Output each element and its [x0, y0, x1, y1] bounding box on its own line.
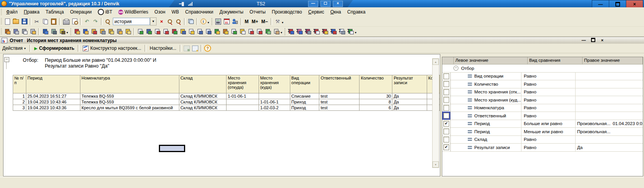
actions-menu-button[interactable]: Действия▾	[0, 46, 28, 51]
doc-check-money-icon[interactable]	[230, 27, 238, 36]
doc-arrow-down-icon[interactable]	[145, 27, 153, 36]
table-cell[interactable]	[227, 99, 259, 105]
menu-item-производство[interactable]: Производство	[269, 8, 305, 15]
doc-money-gold-icon[interactable]	[187, 27, 196, 36]
menu-item-справочники[interactable]: Справочники	[182, 8, 216, 15]
tree-structure-icon[interactable]	[264, 27, 272, 36]
toolbar-group-caret[interactable]: ▾	[355, 31, 356, 34]
new-document-button[interactable]	[3, 17, 12, 25]
memory-plus-button[interactable]: М+	[250, 19, 260, 24]
menu-item-окна[interactable]: Окна	[327, 8, 344, 15]
money-cart-icon[interactable]	[98, 27, 107, 36]
filter-field-label[interactable]: Период	[474, 129, 490, 134]
settings-constructor-button[interactable]: Конструктор настроек...	[80, 46, 143, 51]
find-previous-button[interactable]	[174, 17, 183, 25]
table-row[interactable]: 125.04.2023 16:51:27Тележка BQ-559Склад …	[13, 93, 440, 99]
sum-cube-gold-icon[interactable]: Σ	[321, 27, 329, 36]
copy-button[interactable]	[41, 17, 49, 25]
money-doc-icon[interactable]	[238, 27, 247, 36]
table-cell[interactable]: Кресло для мытья BQ3599 с белой раковино…	[80, 105, 179, 111]
sum-person-pink-icon[interactable]: Σ	[295, 27, 304, 36]
filter-condition-row[interactable]: ✔ПериодБольше или равноПроизвольная...01…	[442, 120, 643, 128]
menu-item-озон[interactable]: Озон	[152, 8, 169, 15]
comparison-type[interactable]: Равно	[521, 136, 576, 144]
table-cell[interactable]: test	[319, 93, 359, 99]
table-cell[interactable]: 1	[13, 93, 26, 99]
filter-condition-row[interactable]: ✔Результат записиРавноДа	[442, 144, 643, 152]
right-value[interactable]: Да	[576, 145, 611, 150]
scroll-up-button[interactable]: ▲	[433, 59, 439, 65]
comparison-type[interactable]: Равно	[521, 144, 576, 151]
report-restore-button[interactable]	[590, 38, 596, 43]
comparison-type[interactable]: Равно	[521, 73, 576, 80]
filter-condition-row[interactable]: Вид операцииРавно	[442, 73, 643, 81]
customer-cart-red-icon[interactable]	[73, 27, 81, 36]
table-cell[interactable]: 19.04.2023 10:43:46	[26, 99, 80, 105]
table-cell[interactable]: 3	[13, 105, 26, 111]
comparison-type[interactable]: Равно	[521, 104, 576, 112]
right-value[interactable]: Произвольная...	[576, 121, 611, 126]
sum-doc-lines-icon[interactable]: Σ	[338, 27, 346, 36]
clear-search-button[interactable]: ×	[157, 17, 166, 25]
search-input[interactable]	[113, 18, 150, 25]
calculator-button[interactable]	[214, 17, 222, 25]
money-minus-icon[interactable]	[221, 27, 230, 36]
table-cell[interactable]: Приход	[290, 99, 319, 105]
fiscal-device-icon[interactable]	[58, 27, 66, 36]
table-cell[interactable]: Тележка BQ-559	[80, 93, 179, 99]
menu-item-отчеты[interactable]: Отчеты	[247, 8, 269, 15]
filter-field-label[interactable]: Ответственный	[474, 113, 506, 118]
help-button[interactable]: ?	[203, 44, 212, 53]
collapse-icon[interactable]: −	[453, 66, 458, 71]
memory-minus-button[interactable]: М−	[260, 19, 269, 24]
menu-item-файл[interactable]: Файл	[3, 8, 21, 15]
menu-item-таблица[interactable]: Таблица	[43, 8, 67, 15]
print-preview-button[interactable]	[70, 17, 79, 25]
print-table-icon[interactable]	[12, 27, 20, 36]
filter-checkbox[interactable]	[443, 105, 449, 111]
table-cell[interactable]: Склад КЛИМОВСК	[179, 99, 227, 105]
menu-item-wb[interactable]: WB	[169, 8, 182, 15]
print-button[interactable]	[62, 17, 70, 25]
toolbar-group-caret[interactable]: ▾	[66, 31, 68, 34]
info-button[interactable]: i	[199, 17, 208, 25]
table-cell[interactable]: 19.04.2023 10:43:36	[26, 105, 80, 111]
report-vertical-scrollbar[interactable]: ▲ ▼	[432, 58, 439, 168]
table-cell[interactable]: Приход	[290, 105, 319, 111]
filter-condition-row[interactable]: СкладРавно	[442, 136, 643, 144]
filter-condition-row[interactable]: ПериодМеньше или равноПроизвольная...	[442, 128, 643, 136]
filter-group-row[interactable]: − Отбор	[442, 64, 643, 73]
table-cell[interactable]: 30	[359, 93, 392, 99]
toolbar1-drag-handle[interactable]	[1, 18, 2, 25]
table-cell[interactable]: Склад КЛИМОВСК	[179, 93, 227, 99]
right-value[interactable]: Произвольная...	[576, 129, 611, 134]
menu-item-wildberries[interactable]: WBWildBerries	[115, 8, 151, 15]
table-cell[interactable]: 25.04.2023 16:51:27	[26, 93, 80, 99]
filter-condition-row[interactable]: Место хранения (куд...Равно	[442, 96, 643, 104]
sum-person-dark-icon[interactable]: Σ	[304, 27, 312, 36]
service-dropdown-caret[interactable]: ▾	[282, 21, 283, 24]
toolbar2-drag-handle[interactable]	[1, 28, 2, 35]
table-cell[interactable]: 1-02-03-2	[259, 105, 290, 111]
filter-condition-row[interactable]: КоличествоРавно	[442, 80, 643, 88]
filter-checkbox[interactable]	[443, 81, 449, 87]
money-plus-icon[interactable]	[213, 27, 221, 36]
doc-money-blue-icon[interactable]	[196, 27, 204, 36]
save-button[interactable]	[20, 17, 29, 25]
memory-button[interactable]: М	[243, 19, 250, 24]
doc-arrow-red-icon[interactable]	[162, 27, 170, 36]
restore-settings-button[interactable]	[191, 44, 199, 53]
table-cell[interactable]: Списание	[290, 93, 319, 99]
comparison-type[interactable]: Меньше или равно	[521, 128, 576, 135]
service-settings-button[interactable]: ⚒	[273, 17, 282, 25]
table-cell[interactable]: 2	[13, 99, 26, 105]
menu-item-справка[interactable]: Справка	[344, 8, 368, 15]
right-value-date[interactable]: 01.04.2023 0:0...	[611, 121, 643, 126]
filter-field-label[interactable]: Склад	[474, 137, 487, 142]
table-row[interactable]: 219.04.2023 10:43:46Тележка BQ-559Склад …	[13, 99, 440, 105]
coins-turnover-icon[interactable]	[179, 27, 187, 36]
doc-hand-icon[interactable]	[272, 27, 281, 36]
money-customer-icon[interactable]	[90, 27, 98, 36]
table-cell[interactable]	[227, 105, 259, 111]
rdp-restore-button[interactable]	[320, 1, 331, 7]
